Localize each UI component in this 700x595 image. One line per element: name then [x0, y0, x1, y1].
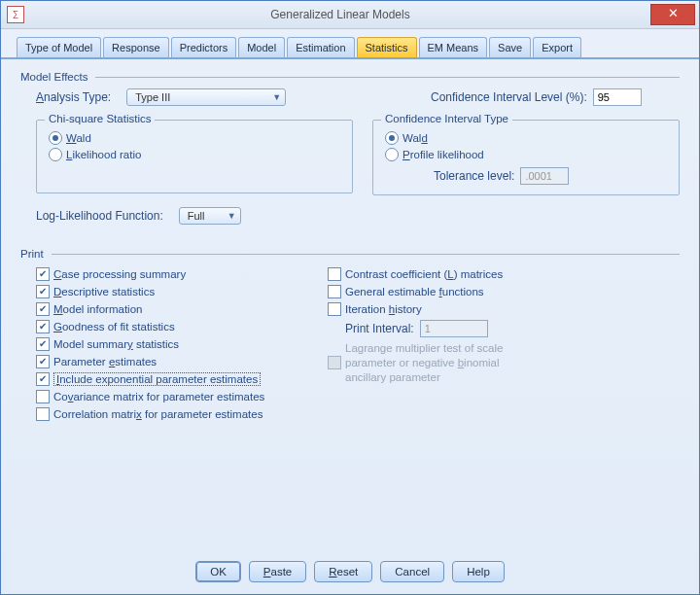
cancel-button[interactable]: Cancel — [380, 561, 444, 582]
check-case-processing[interactable]: ✔ Case processing summary — [36, 267, 328, 281]
radio-likelihood-ratio[interactable]: Likelihood ratio — [49, 148, 340, 161]
model-effects-label: Model Effects — [20, 71, 88, 83]
check-model-summary[interactable]: ✔ Model summary statistics — [36, 337, 328, 351]
check-descriptive-statistics[interactable]: ✔ Descriptive statistics — [36, 285, 328, 298]
log-likelihood-dropdown[interactable]: Full ▼ — [179, 207, 241, 225]
model-effects-header: Model Effects — [20, 71, 680, 83]
radio-icon — [49, 131, 62, 145]
confidence-level-label: Confidence Interval Level (%): — [431, 90, 587, 104]
checkbox-icon: ✔ — [36, 285, 50, 298]
check-goodness-of-fit[interactable]: ✔ Goodness of fit statistics — [36, 320, 328, 333]
analysis-type-dropdown[interactable]: Type III ▼ — [126, 88, 286, 106]
divider — [95, 77, 680, 78]
log-likelihood-value: Full — [188, 210, 205, 222]
check-contrast-coefficient[interactable]: Contrast coefficient (L) matrices — [328, 267, 619, 281]
print-label: Print — [20, 248, 44, 260]
tab-save[interactable]: Save — [489, 37, 531, 57]
button-bar: OK Paste Reset Cancel Help — [1, 561, 699, 582]
tab-model[interactable]: Model — [238, 37, 285, 57]
checkbox-icon: ✔ — [36, 355, 50, 368]
check-iteration-history[interactable]: Iteration history — [328, 302, 619, 316]
radio-wald[interactable]: Wald — [49, 131, 340, 145]
reset-button[interactable]: Reset — [314, 561, 372, 582]
check-include-exponential[interactable]: ✔ Include exponential parameter estimate… — [36, 372, 328, 386]
chi-square-legend: Chi-square Statistics — [45, 113, 155, 124]
log-likelihood-label: Log-Likelihood Function: — [36, 209, 163, 223]
analysis-type-value: Type III — [135, 91, 170, 103]
print-interval-label: Print Interval: — [345, 322, 414, 335]
print-header: Print — [20, 248, 680, 260]
ok-button[interactable]: OK — [195, 561, 241, 582]
radio-profile-likelihood[interactable]: Profile likelihood — [385, 148, 667, 161]
divider — [52, 254, 680, 255]
confidence-level-input[interactable] — [593, 88, 642, 106]
radio-icon — [385, 148, 399, 161]
tab-export[interactable]: Export — [533, 37, 581, 57]
checkbox-icon: ✔ — [36, 372, 50, 386]
check-lagrange-multiplier: Lagrange multiplier test of scale parame… — [328, 341, 619, 385]
checkbox-icon: ✔ — [36, 267, 50, 281]
checkbox-icon — [328, 356, 341, 369]
radio-wald-ci[interactable]: Wald — [385, 131, 667, 145]
check-correlation-matrix[interactable]: Correlation matrix for parameter estimat… — [36, 407, 328, 421]
confidence-interval-type-fieldset: Confidence Interval Type Wald Profile li… — [372, 120, 680, 195]
checkbox-icon: ✔ — [36, 320, 50, 333]
checkbox-icon: ✔ — [36, 302, 50, 316]
print-interval-input — [420, 320, 488, 337]
tab-type-of-model[interactable]: Type of Model — [17, 37, 101, 57]
tolerance-input — [520, 167, 569, 185]
app-icon: ∑ — [7, 6, 24, 23]
checkbox-icon — [36, 390, 50, 403]
conf-type-legend: Confidence Interval Type — [381, 113, 512, 124]
checkbox-icon — [36, 407, 50, 421]
tab-predictors[interactable]: Predictors — [171, 37, 237, 57]
check-model-information[interactable]: ✔ Model information — [36, 302, 328, 316]
chi-square-fieldset: Chi-square Statistics Wald Likelihood ra… — [36, 120, 353, 193]
analysis-type-label: Analysis Type: — [36, 90, 111, 104]
checkbox-icon — [328, 285, 341, 298]
help-button[interactable]: Help — [452, 561, 505, 582]
checkbox-icon — [328, 267, 341, 281]
check-general-estimable[interactable]: General estimable functions — [328, 285, 619, 298]
dialog-window: ∑ Generalized Linear Models ✕ Type of Mo… — [0, 0, 700, 595]
tolerance-label: Tolerance level: — [434, 169, 514, 183]
tab-estimation[interactable]: Estimation — [287, 37, 354, 57]
tab-response[interactable]: Response — [103, 37, 169, 57]
tab-statistics[interactable]: Statistics — [357, 37, 417, 57]
close-button[interactable]: ✕ — [650, 4, 695, 25]
tab-bar: Type of Model Response Predictors Model … — [1, 29, 699, 59]
tab-em-means[interactable]: EM Means — [419, 37, 488, 57]
check-covariance-matrix[interactable]: Covariance matrix for parameter estimate… — [36, 390, 328, 403]
checkbox-icon: ✔ — [36, 337, 50, 351]
check-parameter-estimates[interactable]: ✔ Parameter estimates — [36, 355, 328, 368]
chevron-down-icon: ▼ — [272, 92, 281, 102]
window-title: Generalized Linear Models — [30, 8, 650, 21]
chevron-down-icon: ▼ — [228, 211, 236, 221]
checkbox-icon — [328, 302, 341, 316]
paste-button[interactable]: Paste — [249, 561, 306, 582]
radio-icon — [49, 148, 62, 161]
radio-icon — [385, 131, 399, 145]
content-area: Model Effects Analysis Type: Type III ▼ … — [1, 59, 699, 425]
titlebar: ∑ Generalized Linear Models ✕ — [1, 1, 699, 29]
